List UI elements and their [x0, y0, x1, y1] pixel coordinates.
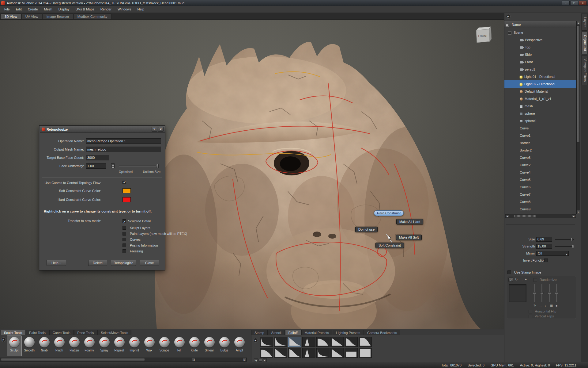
scroll-down-icon[interactable]: ▼: [577, 210, 580, 214]
panel-tab-object-list[interactable]: Object List: [582, 32, 587, 54]
object-item-curve2[interactable]: Curve2: [504, 161, 577, 169]
object-item-light-02-directional[interactable]: Light 02 - Directional: [504, 80, 577, 88]
falloff-collapse-icon[interactable]: ▶: [253, 338, 258, 343]
scroll-left-icon[interactable]: ◀: [505, 214, 509, 218]
view-tab-uv-view[interactable]: UV View: [21, 13, 42, 19]
tool-spray[interactable]: Spray: [97, 335, 112, 356]
expander-icon[interactable]: −: [508, 31, 511, 35]
scrollbar-thumb[interactable]: [514, 215, 536, 217]
tool-repeat[interactable]: Repeat: [112, 335, 127, 356]
refresh-icon[interactable]: ↻: [533, 304, 536, 307]
view-tab-mudbox-community[interactable]: Mudbox Community: [74, 13, 111, 19]
context-item-do-not-use[interactable]: Do not use: [355, 227, 378, 232]
menu-item-help[interactable]: Help: [134, 6, 148, 13]
grid-icon[interactable]: ▦: [550, 304, 553, 307]
object-item-curve3[interactable]: Curve3: [504, 154, 577, 161]
slider-thumb[interactable]: [555, 292, 558, 294]
scroll-up-icon[interactable]: ▲: [577, 21, 580, 25]
view-cube[interactable]: FRONT: [473, 25, 493, 45]
mirror-dropdown[interactable]: Off ▼: [536, 251, 569, 256]
falloff-preset-smooth[interactable]: [345, 337, 358, 347]
use-curves-checkbox[interactable]: [123, 181, 126, 184]
scroll-right-icon[interactable]: ▶: [243, 358, 247, 361]
tool-foamy[interactable]: Foamy: [82, 335, 97, 356]
menu-item-file[interactable]: File: [1, 6, 13, 13]
slider-thumb[interactable]: [548, 292, 551, 294]
object-item-curve6[interactable]: Curve6: [504, 183, 577, 191]
checkbox-curves[interactable]: [123, 238, 126, 241]
help-button[interactable]: Help...: [47, 260, 66, 266]
tool-wax[interactable]: Wax: [142, 335, 157, 356]
retopologize-button[interactable]: Retopologize: [111, 260, 136, 266]
spinner-up-icon[interactable]: [111, 163, 115, 166]
horizontal-flip-checkbox[interactable]: [529, 310, 532, 313]
tool-bulge[interactable]: Bulge: [217, 335, 232, 356]
spinner-down-icon[interactable]: [111, 166, 115, 168]
object-item-border2[interactable]: Border2: [504, 147, 577, 154]
checkbox-paint-layers-new-mesh-will-be-ptex[interactable]: [123, 232, 126, 236]
dialog-title-bar[interactable]: Retopologize ? ×: [40, 126, 165, 133]
tool-tab-paint-tools[interactable]: Paint Tools: [26, 330, 49, 335]
tool-ampl[interactable]: Ampl: [232, 335, 247, 356]
close-button[interactable]: ×: [579, 1, 587, 5]
falloff-preset-medium[interactable]: [288, 337, 301, 347]
tool-tab-pose-tools[interactable]: Pose Tools: [74, 330, 97, 335]
object-list-header[interactable]: Name: [504, 21, 577, 28]
tool-sculpt[interactable]: Sculpt: [7, 335, 22, 356]
maximize-button[interactable]: □: [570, 1, 578, 5]
object-item-light-01-directional[interactable]: Light 01 - Directional: [504, 73, 577, 80]
tools-scrollbar[interactable]: ◀ ▶: [0, 358, 247, 362]
stamp-slider[interactable]: [556, 284, 557, 302]
panel-tab-layers[interactable]: Layers: [582, 14, 587, 31]
scroll-right-icon[interactable]: ▶: [572, 214, 576, 218]
object-item-border[interactable]: Border: [504, 139, 577, 147]
object-item-sphere1[interactable]: sphere1: [504, 117, 577, 125]
falloff-preset-sharp[interactable]: [260, 337, 273, 347]
scrollbar-thumb[interactable]: [577, 25, 580, 143]
scroll-left-icon[interactable]: ◀: [254, 358, 258, 362]
object-item-default-material[interactable]: Default Material: [504, 88, 577, 95]
falloff-preset-linear[interactable]: [330, 348, 344, 358]
tool-smear[interactable]: Smear: [202, 335, 217, 356]
tool-knife[interactable]: Knife: [187, 335, 202, 356]
falloff-preset-sharp-medium[interactable]: [274, 337, 287, 347]
menu-item-create[interactable]: Create: [25, 6, 41, 13]
randomize-checkbox[interactable]: [533, 278, 537, 282]
tool-tab-curve-tools[interactable]: Curve Tools: [49, 330, 74, 335]
use-stamp-image-checkbox[interactable]: [507, 270, 511, 274]
falloff-preset-solid[interactable]: [359, 348, 372, 358]
preset-tab-material-presets[interactable]: Material Presets: [301, 330, 332, 335]
menu-item-mesh[interactable]: Mesh: [41, 6, 55, 13]
tree-vertical-scrollbar[interactable]: ▲ ▼: [576, 21, 580, 214]
context-item-soft-constraint[interactable]: Soft Constraint: [375, 243, 404, 248]
object-item-side[interactable]: Side: [504, 51, 577, 58]
tool-pinch[interactable]: Pinch: [52, 335, 67, 356]
menu-item-display[interactable]: Display: [55, 6, 73, 13]
slider-thumb[interactable]: [540, 292, 544, 294]
falloff-preset-spike[interactable]: [302, 348, 315, 358]
object-item-material-1-u1-v1[interactable]: Material_1_u1_v1: [504, 95, 577, 102]
move-icon[interactable]: +: [525, 278, 527, 281]
menu-item-windows[interactable]: Windows: [115, 6, 134, 13]
slider-thumb[interactable]: [156, 164, 159, 168]
preset-tab-falloff[interactable]: Falloff: [285, 330, 301, 335]
scroll-right-icon[interactable]: ▶: [263, 358, 267, 362]
context-item-hard-constraint[interactable]: Hard Constraint: [374, 210, 404, 216]
object-item-curve5[interactable]: Curve5: [504, 176, 577, 183]
operation-name-field[interactable]: [86, 138, 161, 144]
tool-fill[interactable]: Fill: [172, 335, 187, 356]
slider-thumb[interactable]: [533, 292, 536, 294]
slider-thumb[interactable]: [571, 238, 573, 241]
delete-button[interactable]: Delete: [88, 260, 107, 266]
invert-function-checkbox[interactable]: [544, 259, 548, 262]
output-mesh-name-field[interactable]: [86, 147, 161, 152]
view-tab-image-browser[interactable]: Image Browser: [43, 13, 73, 19]
tool-scrape[interactable]: Scrape: [157, 335, 172, 356]
tool-imprint[interactable]: Imprint: [127, 335, 142, 356]
vertical-flip-checkbox[interactable]: [529, 315, 532, 318]
dialog-help-icon[interactable]: ?: [152, 127, 157, 132]
object-item-top[interactable]: Top: [504, 44, 577, 51]
size-field[interactable]: [536, 237, 552, 242]
scrollbar-thumb[interactable]: [258, 359, 262, 362]
close-button[interactable]: Close: [140, 260, 159, 266]
